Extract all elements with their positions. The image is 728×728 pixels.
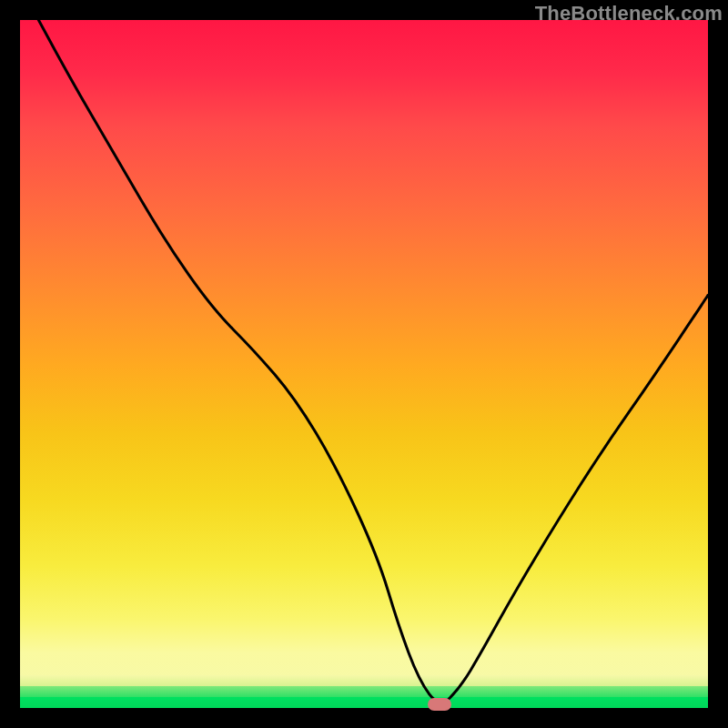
optimal-point-marker	[428, 698, 451, 711]
watermark-text: TheBottleneck.com	[535, 2, 723, 25]
chart-frame: TheBottleneck.com	[0, 0, 728, 728]
plot-background	[20, 20, 708, 708]
